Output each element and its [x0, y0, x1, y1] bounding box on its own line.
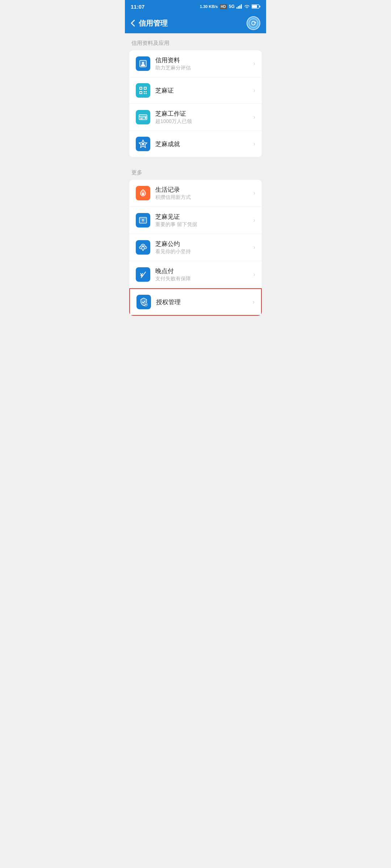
- wifi-icon: [244, 4, 250, 9]
- menu-item-auth-manage[interactable]: 授权管理 ›: [129, 288, 262, 316]
- svg-rect-16: [146, 93, 147, 94]
- auth-manage-icon: [136, 295, 151, 309]
- sesame-work-subtitle: 超1000万人已领: [155, 118, 251, 125]
- life-record-arrow: ›: [253, 190, 255, 196]
- svg-rect-5: [252, 5, 257, 8]
- svg-rect-19: [140, 92, 142, 93]
- menu-item-late-pay[interactable]: ¥ 晚点付 支付失败有保障 ›: [129, 261, 262, 288]
- sesame-witness-title: 芝麻见证: [155, 213, 251, 221]
- menu-item-sesame-cert[interactable]: 芝麻证 ›: [129, 77, 262, 104]
- avatar[interactable]: [247, 16, 260, 30]
- signal-icon: [236, 4, 242, 9]
- svg-rect-13: [144, 91, 145, 92]
- svg-rect-3: [241, 4, 242, 9]
- sesame-work-arrow: ›: [253, 114, 255, 120]
- refresh-avatar-icon: [249, 18, 258, 28]
- section1-header: 信用资料及应用: [125, 33, 266, 50]
- late-pay-title: 晚点付: [155, 267, 251, 275]
- credit-info-subtitle: 助力芝麻分评估: [155, 65, 251, 71]
- menu-item-sesame-work[interactable]: 芝麻工作证 超1000万人已领 ›: [129, 104, 262, 131]
- sesame-covenant-text: 芝麻公约 看见你的小坚持: [155, 240, 251, 255]
- svg-point-7: [249, 19, 258, 27]
- credit-info-arrow: ›: [253, 60, 255, 67]
- sesame-witness-subtitle: 重要的事 留下凭据: [155, 221, 251, 228]
- status-bar: 11:07 1.30 KB/s HD 5G: [125, 0, 266, 13]
- svg-rect-18: [144, 88, 146, 89]
- svg-rect-17: [140, 88, 142, 89]
- late-pay-icon: ¥: [136, 267, 150, 282]
- svg-rect-0: [236, 7, 237, 9]
- svg-point-29: [143, 220, 144, 221]
- sesame-achieve-title: 芝麻成就: [155, 140, 251, 148]
- life-record-text: 生活记录 积攒信用新方式: [155, 186, 251, 201]
- svg-rect-2: [239, 5, 240, 9]
- status-icons: 1.30 KB/s HD 5G: [200, 4, 260, 9]
- sesame-work-title: 芝麻工作证: [155, 110, 251, 118]
- svg-point-31: [142, 246, 144, 247]
- sesame-covenant-arrow: ›: [253, 244, 255, 251]
- late-pay-arrow: ›: [253, 271, 255, 278]
- 5g-badge: 5G: [229, 4, 235, 9]
- svg-rect-14: [146, 91, 147, 92]
- credit-info-text: 信用资料 助力芝麻分评估: [155, 56, 251, 71]
- sesame-cert-title: 芝麻证: [155, 86, 251, 95]
- menu-item-life-record[interactable]: 生活记录 积攒信用新方式 ›: [129, 180, 262, 207]
- menu-item-sesame-covenant[interactable]: 芝麻公约 看见你的小坚持 ›: [129, 234, 262, 261]
- page-title: 信用管理: [139, 18, 247, 28]
- life-record-subtitle: 积攒信用新方式: [155, 194, 251, 201]
- svg-rect-1: [238, 6, 239, 9]
- sesame-covenant-subtitle: 看见你的小坚持: [155, 248, 251, 255]
- late-pay-subtitle: 支付失败有保障: [155, 276, 251, 282]
- battery-icon: [252, 4, 260, 9]
- sesame-cert-text: 芝麻证: [155, 86, 251, 95]
- sesame-covenant-title: 芝麻公约: [155, 240, 251, 248]
- svg-point-26: [142, 143, 144, 145]
- late-pay-text: 晚点付 支付失败有保障: [155, 267, 251, 282]
- section1-card-group: 信用资料 助力芝麻分评估 › 芝麻证 ›: [129, 50, 262, 157]
- back-button[interactable]: [131, 20, 135, 27]
- sesame-work-icon: [136, 110, 150, 124]
- back-icon: [131, 20, 135, 27]
- sesame-witness-icon: [136, 213, 150, 227]
- navbar: 信用管理: [125, 13, 266, 33]
- status-time: 11:07: [131, 4, 144, 10]
- section2-header: 更多: [125, 163, 266, 180]
- svg-point-9: [142, 62, 144, 64]
- menu-item-sesame-achieve[interactable]: 芝麻成就 ›: [129, 131, 262, 157]
- svg-point-24: [145, 117, 147, 119]
- sesame-work-text: 芝麻工作证 超1000万人已领: [155, 110, 251, 125]
- menu-item-credit-info[interactable]: 信用资料 助力芝麻分评估 ›: [129, 50, 262, 77]
- sesame-witness-text: 芝麻见证 重要的事 留下凭据: [155, 213, 251, 228]
- menu-item-sesame-witness[interactable]: 芝麻见证 重要的事 留下凭据 ›: [129, 207, 262, 234]
- sesame-achieve-icon: [136, 137, 150, 151]
- sesame-cert-icon: [136, 83, 150, 98]
- sesame-covenant-icon: [136, 240, 150, 255]
- auth-manage-text: 授权管理: [156, 298, 250, 306]
- life-record-icon: [136, 186, 150, 200]
- auth-manage-title: 授权管理: [156, 298, 250, 306]
- life-record-title: 生活记录: [155, 186, 251, 194]
- sesame-achieve-text: 芝麻成就: [155, 140, 251, 148]
- hd-badge: HD: [220, 4, 227, 9]
- sesame-cert-arrow: ›: [253, 87, 255, 94]
- sesame-achieve-arrow: ›: [253, 141, 255, 147]
- section2-card-group: 生活记录 积攒信用新方式 › 芝麻见证 重要的事 留下凭据 ›: [129, 180, 262, 316]
- credit-info-title: 信用资料: [155, 56, 251, 64]
- svg-rect-15: [144, 93, 145, 94]
- sesame-witness-arrow: ›: [253, 217, 255, 224]
- svg-rect-6: [259, 5, 260, 7]
- auth-manage-arrow: ›: [253, 299, 255, 305]
- network-speed: 1.30 KB/s: [200, 4, 218, 9]
- credit-info-icon: [136, 56, 150, 71]
